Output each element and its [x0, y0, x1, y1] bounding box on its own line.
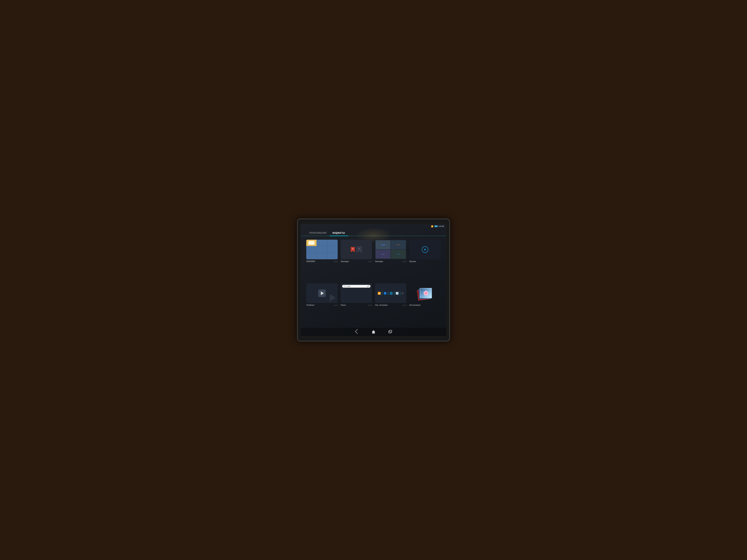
sms-label: SMS/MMS 3 x 3 — [306, 260, 338, 263]
sms-cell-2 — [327, 240, 338, 246]
sms-cell-8 — [327, 253, 338, 259]
yahoo-label: Yahoo! — [381, 254, 385, 255]
bookmark-size: 1 x 1 — [368, 261, 372, 263]
music-circle-icon — [422, 246, 429, 253]
back-button[interactable] — [355, 329, 360, 335]
power-divider-2 — [388, 291, 388, 295]
power-divider-1 — [382, 291, 382, 295]
device-frame: 📶 14:04 ПРИЛОЖЕНИЯ ВИДЖЕТЫ — [297, 218, 450, 342]
power-name: Упр. питанием — [375, 304, 387, 306]
widget-sms-thumb — [306, 240, 338, 259]
widget-search-thumb: 🔍 Google 🎤 — [341, 283, 372, 303]
home-button[interactable] — [371, 329, 376, 335]
tabs-bar: ПРИЛОЖЕНИЯ ВИДЖЕТЫ — [301, 229, 446, 236]
back-arrow-icon — [355, 329, 360, 334]
screen: 📶 14:04 ПРИЛОЖЕНИЯ ВИДЖЕТЫ — [301, 224, 446, 336]
widget-power[interactable]: 📶 🔵 🌐 🔄 ☀ Упр. питанием 4 x 1 — [375, 283, 406, 324]
bookmarks-cell-msn: MSN — [391, 250, 406, 259]
search-size: 3 x 1 — [368, 304, 372, 306]
bookmark-red-icon — [351, 247, 355, 252]
playlist-label: Плейлист 1 x 1 — [306, 304, 338, 306]
status-bar: 📶 14:04 — [301, 224, 446, 229]
msn-label: MSN — [397, 254, 400, 255]
bookmarks-cell-picasa: Picasa — [391, 240, 406, 249]
network-icon: 📶 — [431, 225, 433, 228]
search-bar-icon: 🔍 — [344, 286, 345, 287]
widget-search[interactable]: 🔍 Google 🎤 Поиск 3 x 1 — [341, 283, 372, 324]
status-icons: 📶 14:04 — [431, 225, 444, 228]
widget-gallery-thumb: 🌸 — [409, 283, 441, 303]
music-label: Музыка — [409, 260, 441, 263]
bookmarks-cell-yahoo: Yahoo! — [376, 250, 390, 259]
music-inner-icon — [424, 249, 426, 250]
widget-bookmark[interactable]: Закладка 1 x 1 — [341, 240, 372, 281]
gallery-label: Фотогалерея — [409, 304, 441, 306]
sms-cell-3 — [306, 246, 316, 252]
search-bar[interactable]: 🔍 Google 🎤 — [342, 285, 370, 288]
bookmark-name: Закладка — [341, 260, 349, 263]
playlist-name: Плейлист — [306, 304, 315, 306]
search-label: Поиск 3 x 1 — [341, 304, 372, 306]
battery-icon — [434, 225, 438, 227]
widget-sms[interactable]: SMS/MMS 3 x 3 — [306, 240, 338, 281]
search-bar-placeholder: Google — [346, 286, 366, 287]
home-icon — [372, 330, 375, 334]
widget-music-thumb — [409, 240, 441, 259]
picasa-label: Picasa — [397, 244, 400, 245]
home-body — [372, 332, 375, 334]
speech-bubble-icon — [308, 241, 314, 245]
power-brightness-icon: ☀ — [402, 292, 404, 295]
search-name: Поиск — [341, 304, 346, 306]
sms-cell-6 — [306, 253, 316, 259]
music-name: Музыка — [409, 260, 416, 263]
play-button-icon — [318, 290, 326, 297]
widget-power-thumb: 📶 🔵 🌐 🔄 ☀ — [375, 283, 406, 303]
status-time: 14:04 — [439, 225, 444, 228]
bookmark-gray-icon — [356, 246, 362, 253]
recents-icon — [388, 330, 391, 333]
power-bluetooth-icon: 🔵 — [384, 292, 387, 295]
photo-card-front: 🌸 — [420, 288, 432, 298]
sms-cell-4 — [317, 246, 327, 252]
power-size: 4 x 1 — [403, 304, 406, 306]
sms-cell-1 — [317, 240, 327, 246]
sms-cell-7 — [317, 253, 327, 259]
sms-cell-5 — [327, 246, 338, 252]
bookmarks-cell-google: Google — [376, 240, 390, 249]
bookmark-label: Закладка 1 x 1 — [341, 260, 372, 263]
battery-fill — [435, 226, 437, 227]
widget-playlist[interactable]: Плейлист 1 x 1 — [306, 283, 338, 324]
power-wifi-icon: 📶 — [378, 292, 381, 295]
widget-bookmarks[interactable]: Google Picasa Yahoo! MSN Закладки 3 x 3 — [375, 240, 406, 281]
flower-icon: 🌸 — [423, 290, 429, 296]
play-triangle-icon — [321, 291, 324, 295]
widget-playlist-thumb — [306, 283, 338, 303]
tab-widgets[interactable]: ВИДЖЕТЫ — [329, 230, 348, 236]
sms-size: 3 x 3 — [334, 261, 338, 263]
photo-stack: 🌸 — [418, 287, 433, 300]
play-bg-triangle — [330, 294, 336, 301]
gallery-name: Фотогалерея — [409, 304, 420, 306]
power-sync-icon: 🔄 — [395, 292, 399, 295]
nav-bar — [301, 328, 446, 336]
search-mic-icon: 🎤 — [367, 286, 369, 287]
home-roof — [372, 330, 375, 332]
bookmarks-size: 3 x 3 — [403, 261, 406, 263]
playlist-size: 1 x 1 — [334, 304, 338, 306]
tab-apps[interactable]: ПРИЛОЖЕНИЯ — [306, 230, 329, 236]
sms-name: SMS/MMS — [306, 260, 315, 263]
power-gps-icon: 🌐 — [390, 292, 393, 295]
widgets-grid: SMS/MMS 3 x 3 Закладка 1 x 1 — [301, 236, 446, 328]
google-label: Google — [381, 244, 385, 245]
recents-button[interactable] — [387, 329, 392, 335]
widget-bookmarks-thumb: Google Picasa Yahoo! MSN — [375, 240, 406, 259]
widget-music[interactable]: Музыка — [409, 240, 441, 281]
widget-gallery[interactable]: 🌸 Фотогалерея — [409, 283, 441, 324]
bookmarks-name: Закладки — [375, 260, 383, 263]
sms-cell-active — [306, 240, 316, 246]
bookmarks-label: Закладки 3 x 3 — [375, 260, 406, 263]
widget-bookmark-thumb — [341, 240, 372, 259]
power-label: Упр. питанием 4 x 1 — [375, 304, 406, 306]
